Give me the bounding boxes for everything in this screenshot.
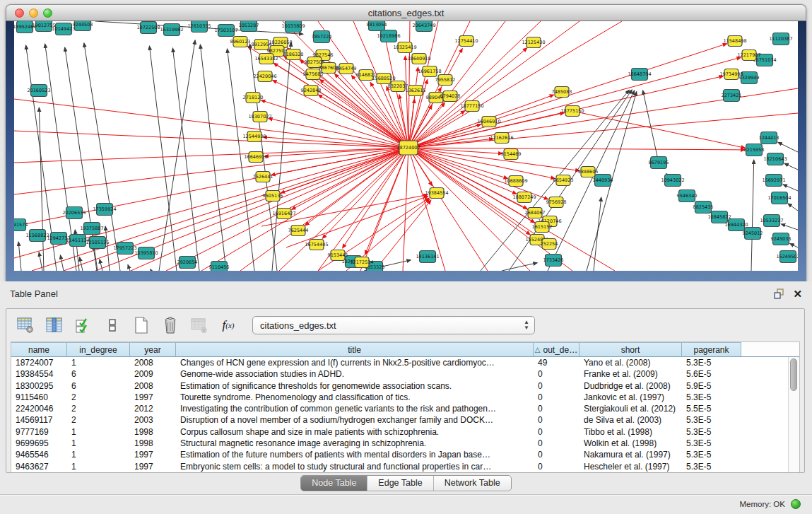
table-cell[interactable]: 0 <box>534 449 579 460</box>
function-builder-icon[interactable]: f(x) <box>218 315 239 336</box>
table-row[interactable]: 946554611997Estimation of the future num… <box>11 449 799 460</box>
citation-edge-black[interactable] <box>105 226 110 271</box>
scrollbar-thumb[interactable] <box>790 358 797 391</box>
network-window-titlebar[interactable]: citations_edges.txt <box>6 4 806 21</box>
table-cell[interactable]: Dudbridge et al. (2008) <box>579 380 682 392</box>
table-cell[interactable]: 5.3E-5 <box>682 461 741 472</box>
table-selector-dropdown[interactable]: citations_edges.txt ▲▼ <box>252 316 535 334</box>
table-cell[interactable]: Tibbo et al. (1998) <box>579 426 682 438</box>
citation-edge-black[interactable] <box>149 46 177 271</box>
table-cell[interactable]: 18300295 <box>11 380 67 392</box>
table-cell[interactable]: 9463627 <box>11 461 67 472</box>
table-row[interactable]: 977716911998Corpus callosum shape and si… <box>11 426 799 438</box>
table-cell[interactable]: 1 <box>67 438 130 449</box>
table-cell[interactable]: 6 <box>67 368 130 380</box>
table-cell[interactable]: Investigating the contribution of common… <box>176 403 534 414</box>
tab-edge-table[interactable]: Edge Table <box>367 476 433 491</box>
citation-edge-black[interactable] <box>778 142 798 152</box>
table-cell[interactable]: 2 <box>67 414 130 426</box>
citation-edge-black[interactable] <box>784 163 798 170</box>
table-settings-icon[interactable] <box>15 315 36 336</box>
column-header-year[interactable]: year <box>130 342 176 357</box>
table-cell[interactable]: Changes of HCN gene expression and I(f) … <box>176 357 534 368</box>
tab-network-table[interactable]: Network Table <box>434 476 511 491</box>
citation-edge-red[interactable] <box>408 57 741 148</box>
column-header-name[interactable]: name <box>11 342 67 357</box>
table-cell[interactable]: Tourette syndrome. Phenomenology and cla… <box>176 392 534 403</box>
network-graph-canvas[interactable]: 1895246419012755101494239244503107225081… <box>14 21 798 271</box>
table-vertical-scrollbar[interactable] <box>788 357 799 472</box>
tab-node-table[interactable]: Node Table <box>301 476 367 491</box>
table-row[interactable]: 911546021997Tourette syndrome. Phenomeno… <box>11 392 799 403</box>
table-cell[interactable]: 49 <box>534 357 579 368</box>
select-columns-icon[interactable] <box>44 315 65 336</box>
table-cell[interactable]: 0 <box>534 403 579 414</box>
table-cell[interactable]: 2 <box>67 392 130 403</box>
citation-edge-red[interactable] <box>408 21 410 148</box>
table-cell[interactable]: 5.5E-5 <box>682 403 741 414</box>
table-cell[interactable]: 6 <box>67 380 130 392</box>
citation-edge-red[interactable] <box>14 148 408 163</box>
table-cell[interactable]: 0 <box>534 461 579 472</box>
table-cell[interactable]: 9699695 <box>11 438 67 449</box>
citation-edge-red[interactable] <box>403 148 408 271</box>
table-cell[interactable]: 9465546 <box>11 449 67 460</box>
table-cell[interactable]: 9115460 <box>11 392 67 403</box>
table-cell[interactable]: 0 <box>534 426 579 438</box>
table-cell[interactable]: 1 <box>67 426 130 438</box>
citation-network-graph[interactable]: 1895246419012755101494239244503107225081… <box>14 21 798 271</box>
row-height-icon[interactable] <box>102 315 123 336</box>
table-cell[interactable]: 5.3E-5 <box>682 392 741 403</box>
table-cell[interactable]: 5.3E-5 <box>682 438 741 449</box>
table-cell[interactable]: Stergiakouli et al. (2012) <box>579 403 682 414</box>
table-row[interactable]: 969969511998Structural magnetic resonanc… <box>11 438 799 449</box>
float-panel-icon[interactable] <box>773 288 784 299</box>
table-row[interactable]: 1938455462009Genome-wide association stu… <box>11 368 799 380</box>
table-cell[interactable]: 0 <box>534 380 579 392</box>
table-cell[interactable]: 1 <box>67 357 130 368</box>
table-row[interactable]: 1830029562008Estimation of significance … <box>11 380 799 392</box>
table-cell[interactable]: 2009 <box>130 368 176 380</box>
table-cell[interactable]: 2012 <box>130 403 176 414</box>
citation-edge-black[interactable] <box>159 40 195 271</box>
table-cell[interactable]: Yano et al. (2008) <box>579 357 682 368</box>
table-cell[interactable]: 5.9E-5 <box>682 380 741 392</box>
citation-edge-black[interactable] <box>200 45 226 271</box>
table-cell[interactable]: 0 <box>534 368 579 380</box>
table-cell[interactable]: 9777169 <box>11 426 67 438</box>
table-cell[interactable]: 1997 <box>130 392 176 403</box>
table-cell[interactable]: 18724007 <box>11 357 67 368</box>
table-cell[interactable]: 1 <box>67 461 130 472</box>
table-cell[interactable]: 5.3E-5 <box>682 426 741 438</box>
table-cell[interactable]: 0 <box>534 438 579 449</box>
memory-status-indicator[interactable] <box>791 499 801 509</box>
table-cell[interactable]: 5.6E-5 <box>682 368 741 380</box>
network-window[interactable]: citations_edges.txt 18952464190127551014… <box>6 4 806 281</box>
table-cell[interactable]: 5.3E-5 <box>682 449 741 460</box>
column-header-pagerank[interactable]: pagerank <box>682 342 741 357</box>
table-cell[interactable]: 1 <box>67 449 130 460</box>
citation-edge-black[interactable] <box>790 243 798 247</box>
table-cell[interactable]: Structural magnetic resonance image aver… <box>176 438 534 449</box>
table-cell[interactable]: 2008 <box>130 357 176 368</box>
table-cell[interactable]: Genome-wide association studies in ADHD. <box>176 368 534 380</box>
table-cell[interactable]: 1998 <box>130 438 176 449</box>
table-cell[interactable]: Embryonic stem cells: a model to study s… <box>176 461 534 472</box>
table-cell[interactable]: Corpus callosum shape and size in male p… <box>176 426 534 438</box>
table-cell[interactable]: 14569117 <box>11 414 67 426</box>
table-cell[interactable]: 1997 <box>130 449 176 460</box>
citation-edge-black[interactable] <box>781 224 798 230</box>
table-cell[interactable]: Disruption of a novel member of a sodium… <box>176 414 534 426</box>
table-cell[interactable]: 5.3E-5 <box>682 414 741 426</box>
table-cell[interactable]: 2 <box>67 403 130 414</box>
citation-edge-red[interactable] <box>292 148 408 209</box>
table-cell[interactable]: 0 <box>534 392 579 403</box>
table-cell[interactable]: Nakamura et al. (1997) <box>579 449 682 460</box>
table-cell[interactable]: Wolkin et al. (1998) <box>579 438 682 449</box>
citation-edge-red[interactable] <box>572 111 745 148</box>
citation-edge-black[interactable] <box>128 264 130 271</box>
citation-edge-black[interactable] <box>93 245 97 271</box>
table-cell[interactable]: Estimation of significance thresholds fo… <box>176 380 534 392</box>
column-header-in_degree[interactable]: in_degree <box>67 342 130 357</box>
citation-edge-black[interactable] <box>751 160 754 271</box>
